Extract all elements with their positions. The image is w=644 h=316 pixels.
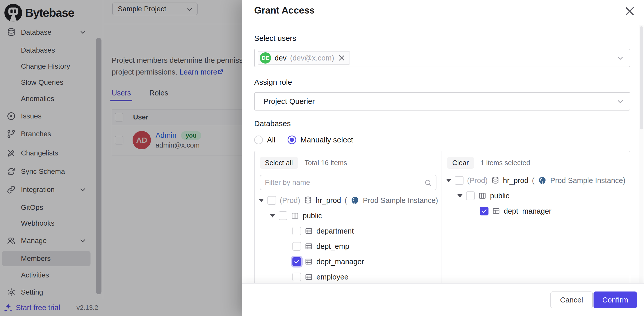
close-icon[interactable] (624, 5, 636, 17)
table-icon (305, 227, 313, 235)
tree-row-table[interactable]: dept_manager (442, 203, 630, 219)
checkbox[interactable] (466, 191, 475, 200)
assign-role-label: Assign role (254, 78, 630, 87)
modal-header: Grant Access (242, 0, 644, 24)
selected-count-label: 1 items selected (481, 159, 530, 167)
confirm-button[interactable]: Confirm (594, 291, 637, 308)
total-items-label: Total 16 items (305, 159, 347, 167)
selected-panel: Clear 1 items selected (Prod) hr_prod ( (442, 151, 630, 283)
radio-manually-select[interactable]: Manually select (288, 136, 353, 144)
cancel-button[interactable]: Cancel (550, 291, 593, 308)
databases-label: Databases (254, 119, 630, 128)
selected-tree: (Prod) hr_prod ( Prod Sample Instance) p… (442, 173, 630, 219)
postgresql-icon (538, 176, 547, 185)
remove-user-icon[interactable] (338, 54, 345, 62)
modal-scrollbar-thumb[interactable] (640, 26, 643, 129)
table-icon (305, 242, 313, 250)
grant-access-modal: Grant Access Select users DE dev (dev@x.… (242, 0, 644, 316)
tree-row-database[interactable]: (Prod) hr_prod ( Prod Sample Instance) (442, 173, 630, 188)
database-transfer: Select all Total 16 items Filter by name… (254, 151, 630, 283)
tree-expander-icon[interactable] (446, 179, 451, 182)
tree-row-table[interactable]: dept_emp (255, 239, 442, 254)
table-icon (305, 258, 313, 266)
modal-footer: Cancel Confirm (242, 283, 644, 316)
select-users-label: Select users (254, 34, 630, 43)
database-icon (304, 196, 312, 204)
checkbox[interactable] (292, 273, 301, 281)
selected-user-tag: DE dev (dev@x.com) (258, 51, 350, 65)
chevron-down-icon (616, 54, 625, 63)
schema-icon (291, 212, 299, 220)
checkbox[interactable] (292, 227, 301, 235)
select-users-input[interactable]: DE dev (dev@x.com) (254, 49, 630, 67)
chevron-down-icon (616, 97, 625, 106)
tree-row-table[interactable]: employee (255, 269, 442, 283)
clear-button[interactable]: Clear (447, 157, 474, 169)
checkbox[interactable] (292, 242, 301, 251)
tree-row-table[interactable]: department (255, 223, 442, 239)
tree-expander-icon[interactable] (457, 194, 462, 198)
source-tree: (Prod) hr_prod ( Prod Sample Instance) p… (255, 193, 442, 283)
search-icon (424, 179, 432, 187)
postgresql-icon (351, 196, 359, 205)
avatar: DE (260, 52, 271, 64)
checkbox[interactable] (267, 196, 276, 205)
source-panel: Select all Total 16 items Filter by name… (255, 151, 442, 283)
schema-icon (478, 192, 486, 200)
checkbox[interactable] (279, 211, 287, 220)
tree-expander-icon[interactable] (259, 199, 264, 202)
tree-row-table[interactable]: dept_manager (255, 254, 442, 269)
database-icon (491, 176, 499, 185)
tree-expander-icon[interactable] (270, 214, 275, 217)
modal-body: Select users DE dev (dev@x.com) Assign r… (242, 25, 644, 283)
role-select[interactable]: Project Querier (254, 92, 630, 111)
tree-row-database[interactable]: (Prod) hr_prod ( Prod Sample Instance) (255, 193, 442, 208)
checkbox[interactable] (480, 207, 488, 215)
table-icon (305, 273, 313, 281)
modal-scrollbar[interactable] (639, 25, 643, 283)
select-all-button[interactable]: Select all (260, 157, 298, 169)
filter-input[interactable]: Filter by name (260, 175, 436, 190)
checkbox[interactable] (455, 176, 463, 185)
checkbox[interactable] (292, 257, 301, 266)
modal-title: Grant Access (254, 5, 315, 16)
app-screen: Bytebase Database Databases Change Histo… (0, 0, 644, 316)
database-scope-radios: All Manually select (254, 136, 630, 144)
radio-all[interactable]: All (254, 136, 275, 144)
table-icon (492, 207, 500, 215)
radio-circle-checked[interactable] (288, 136, 296, 144)
radio-circle[interactable] (254, 136, 263, 144)
tree-row-schema[interactable]: public (442, 188, 630, 203)
tree-row-schema[interactable]: public (255, 208, 442, 223)
